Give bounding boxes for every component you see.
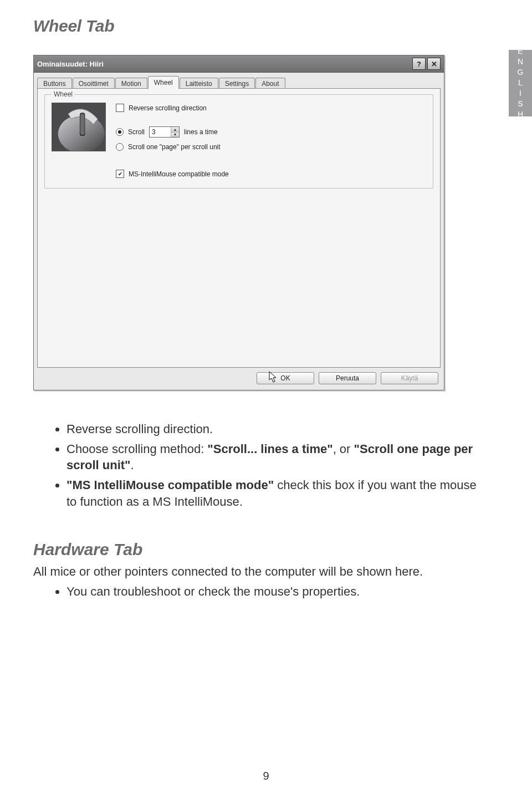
radio-scroll-page[interactable] [116, 143, 124, 151]
opt-scroll-post: lines a time [184, 128, 218, 136]
opt-scroll-pre: Scroll [128, 128, 145, 136]
spinner-down-icon[interactable]: ▼ [171, 133, 179, 138]
b2-mid: , or [333, 442, 354, 456]
opt-intellimouse-label: MS-IntelliMouse compatible mode [129, 170, 229, 178]
language-tab-label: ENGLISH [516, 47, 525, 120]
dialog-buttons: OK Peruuta Käytä [37, 368, 441, 387]
dialog-window: Ominaisuudet: Hiiri ? ✕ Buttons Osoittim… [33, 55, 444, 390]
spinner-lines[interactable]: 3 ▲▼ [149, 126, 180, 138]
bullet-scroll-method: Choose scrolling method: "Scroll... line… [66, 441, 488, 474]
bullet-reverse: Reverse scrolling direction. [66, 421, 488, 438]
close-button[interactable]: ✕ [427, 58, 441, 70]
tab-wheel[interactable]: Wheel [148, 76, 179, 89]
hardware-body-text: You can troubleshoot or check the mouse'… [33, 583, 488, 600]
spinner-lines-value[interactable]: 3 [150, 127, 171, 137]
tab-page-wheel: Wheel [37, 88, 441, 368]
tab-buttons[interactable]: Buttons [37, 78, 72, 89]
opt-reverse[interactable]: Reverse scrolling direction [116, 104, 229, 112]
ok-button[interactable]: OK [257, 372, 314, 384]
opt-scroll-lines[interactable]: Scroll 3 ▲▼ lines a time [116, 126, 229, 138]
tab-settings[interactable]: Settings [219, 78, 255, 89]
svg-rect-3 [80, 114, 85, 135]
b2-pre: Choose scrolling method: [66, 442, 207, 456]
b2-q1: "Scroll... lines a time" [207, 442, 332, 456]
help-button[interactable]: ? [412, 58, 426, 70]
group-wheel: Wheel [44, 94, 433, 189]
b3-pre: "MS IntelliMouse compatible mode" [66, 478, 274, 492]
heading-wheel-tab: Wheel Tab [33, 17, 488, 35]
dialog-title: Ominaisuudet: Hiiri [37, 60, 104, 68]
cancel-button[interactable]: Peruuta [319, 372, 376, 384]
tab-strip: Buttons Osoittimet Motion Wheel Laitteis… [37, 76, 441, 89]
tab-motion[interactable]: Motion [115, 78, 147, 89]
b2-end: . [131, 458, 134, 472]
opt-intellimouse[interactable]: ✔ MS-IntelliMouse compatible mode [116, 170, 229, 178]
tab-about[interactable]: About [255, 78, 285, 89]
tab-pointers[interactable]: Osoittimet [73, 78, 115, 89]
heading-hardware-tab: Hardware Tab [33, 540, 488, 559]
dialog-body: Buttons Osoittimet Motion Wheel Laitteis… [34, 73, 444, 390]
opt-scroll-page[interactable]: Scroll one "page" per scroll unit [116, 143, 229, 151]
opt-scroll-page-label: Scroll one "page" per scroll unit [128, 143, 221, 151]
tab-hardware[interactable]: Laitteisto [180, 78, 218, 89]
bullet-troubleshoot: You can troubleshoot or check the mouse'… [66, 583, 488, 600]
radio-scroll-lines[interactable] [116, 128, 124, 136]
wheel-image [52, 103, 106, 151]
bullet-intellimouse: "MS IntelliMouse compatible mode" check … [66, 477, 488, 510]
apply-button[interactable]: Käytä [381, 372, 438, 384]
opt-reverse-label: Reverse scrolling direction [129, 104, 207, 112]
hardware-paragraph: All mice or other pointers connected to … [33, 563, 488, 580]
group-wheel-legend: Wheel [52, 90, 75, 98]
dialog-titlebar: Ominaisuudet: Hiiri ? ✕ [34, 55, 444, 73]
checkbox-reverse[interactable] [116, 104, 124, 112]
page-number: 9 [0, 770, 532, 782]
wheel-body-text: Reverse scrolling direction. Choose scro… [33, 421, 488, 510]
spinner-up-icon[interactable]: ▲ [171, 127, 179, 133]
language-tab: ENGLISH [509, 50, 532, 116]
checkbox-intellimouse[interactable]: ✔ [116, 170, 124, 178]
